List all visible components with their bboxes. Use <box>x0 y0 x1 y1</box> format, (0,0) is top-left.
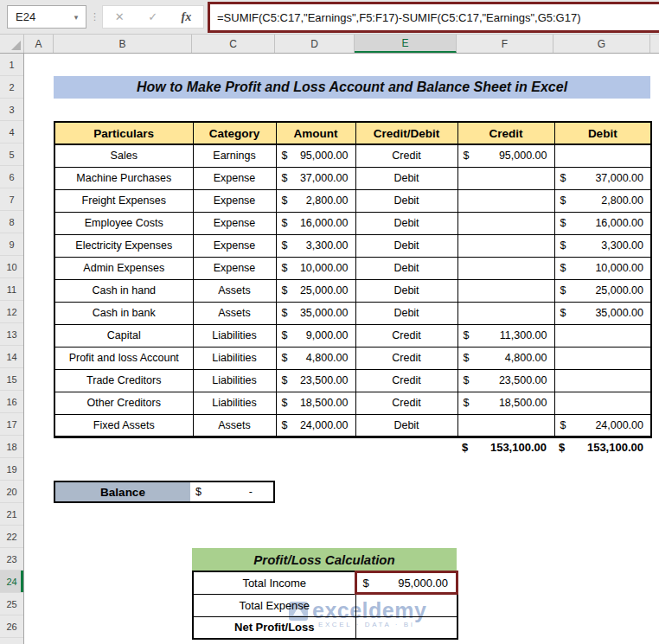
credit-cell[interactable]: $18,500.00 <box>457 392 554 414</box>
credit-debit-cell[interactable]: Debit <box>355 414 457 437</box>
particulars-cell[interactable]: Freight Expenses <box>54 189 193 212</box>
credit-debit-cell[interactable]: Debit <box>355 212 457 234</box>
credit-cell[interactable] <box>457 212 554 234</box>
row-header-24[interactable]: 24 <box>0 571 23 593</box>
credit-debit-cell[interactable]: Debit <box>355 189 457 212</box>
debit-cell[interactable] <box>554 369 651 392</box>
credit-total-cell[interactable]: $ 153,100.00 <box>457 436 553 458</box>
column-header-f[interactable]: F <box>457 35 553 53</box>
table-header-credit[interactable]: Credit <box>457 122 554 144</box>
column-header-b[interactable]: B <box>54 35 192 53</box>
credit-debit-cell[interactable]: Debit <box>355 234 457 257</box>
amount-cell[interactable]: $23,500.00 <box>276 369 355 392</box>
credit-debit-cell[interactable]: Debit <box>355 167 457 189</box>
table-header-debit[interactable]: Debit <box>554 122 651 144</box>
amount-cell[interactable]: $2,800.00 <box>276 189 355 212</box>
credit-debit-cell[interactable]: Debit <box>355 302 457 324</box>
pl-label-total-expense[interactable]: Total Expense <box>193 594 355 616</box>
select-all-button[interactable] <box>0 35 24 53</box>
row-header-1[interactable]: 1 <box>0 54 23 76</box>
enter-icon[interactable]: ✓ <box>148 10 157 23</box>
row-header-20[interactable]: 20 <box>0 481 23 503</box>
particulars-cell[interactable]: Trade Creditors <box>54 369 193 392</box>
credit-cell[interactable] <box>457 234 554 257</box>
credit-debit-cell[interactable]: Credit <box>355 324 457 347</box>
pl-value-total-expense[interactable] <box>355 594 457 616</box>
category-cell[interactable]: Expense <box>193 234 276 257</box>
particulars-cell[interactable]: Cash in hand <box>54 279 193 302</box>
row-header-3[interactable]: 3 <box>0 99 23 121</box>
particulars-cell[interactable]: Capital <box>54 324 193 347</box>
row-header-21[interactable]: 21 <box>0 503 23 526</box>
row-header-10[interactable]: 10 <box>0 256 23 278</box>
debit-cell[interactable] <box>554 392 651 414</box>
credit-debit-cell[interactable]: Credit <box>355 392 457 414</box>
name-box[interactable]: E24 ▾ <box>7 5 86 29</box>
row-header-14[interactable]: 14 <box>0 346 23 368</box>
table-header-credit-debit[interactable]: Credit/Debit <box>355 122 457 144</box>
table-header-category[interactable]: Category <box>193 122 276 144</box>
row-header-5[interactable]: 5 <box>0 143 23 166</box>
row-header-9[interactable]: 9 <box>0 233 23 256</box>
debit-cell[interactable]: $2,800.00 <box>554 189 651 212</box>
credit-cell[interactable] <box>457 414 554 437</box>
amount-cell[interactable]: $10,000.00 <box>276 257 355 279</box>
balance-label-cell[interactable]: Balance <box>54 481 192 503</box>
credit-cell[interactable] <box>457 257 554 279</box>
debit-cell[interactable]: $35,000.00 <box>554 302 651 324</box>
column-header-a[interactable]: A <box>24 35 54 53</box>
credit-cell[interactable] <box>457 302 554 324</box>
row-header-26[interactable]: 26 <box>0 615 23 638</box>
particulars-cell[interactable]: Electricity Expenses <box>54 234 193 257</box>
column-header-e[interactable]: E <box>355 35 457 53</box>
pl-label-total-income[interactable]: Total Income <box>193 571 355 594</box>
row-header-8[interactable]: 8 <box>0 211 23 233</box>
credit-cell[interactable]: $23,500.00 <box>457 369 554 392</box>
sheet-canvas[interactable]: How to Make Profit and Loss Account and … <box>24 54 659 644</box>
cancel-icon[interactable]: ✕ <box>115 10 125 23</box>
particulars-cell[interactable]: Admin Expenses <box>54 257 193 279</box>
credit-debit-cell[interactable]: Credit <box>355 347 457 369</box>
row-header-19[interactable]: 19 <box>0 458 23 481</box>
amount-cell[interactable]: $16,000.00 <box>276 212 355 234</box>
row-header-15[interactable]: 15 <box>0 368 23 391</box>
row-header-17[interactable]: 17 <box>0 413 23 436</box>
amount-cell[interactable]: $25,000.00 <box>276 279 355 302</box>
particulars-cell[interactable]: Machine Purchases <box>54 167 193 189</box>
category-cell[interactable]: Liabilities <box>193 324 276 347</box>
row-header-4[interactable]: 4 <box>0 121 23 143</box>
credit-debit-cell[interactable]: Credit <box>355 369 457 392</box>
credit-debit-cell[interactable]: Debit <box>355 257 457 279</box>
category-cell[interactable]: Expense <box>193 189 276 212</box>
category-cell[interactable]: Liabilities <box>193 347 276 369</box>
debit-cell[interactable] <box>554 144 651 167</box>
category-cell[interactable]: Liabilities <box>193 392 276 414</box>
particulars-cell[interactable]: Cash in bank <box>54 302 193 324</box>
credit-debit-cell[interactable]: Debit <box>355 279 457 302</box>
row-header-7[interactable]: 7 <box>0 188 23 211</box>
amount-cell[interactable]: $95,000.00 <box>276 144 355 167</box>
sheet-title-cell[interactable]: How to Make Profit and Loss Account and … <box>54 76 650 99</box>
row-header-6[interactable]: 6 <box>0 166 23 188</box>
credit-cell[interactable]: $4,800.00 <box>457 347 554 369</box>
amount-cell[interactable]: $18,500.00 <box>276 392 355 414</box>
pl-value-total-income[interactable]: $95,000.00 <box>355 571 457 594</box>
credit-cell[interactable]: $11,300.00 <box>457 324 554 347</box>
amount-cell[interactable]: $24,000.00 <box>276 414 355 437</box>
insert-function-icon[interactable]: fx <box>182 10 192 24</box>
pl-label-net-profit-loss[interactable]: Net Profit/Loss <box>193 616 355 639</box>
credit-debit-cell[interactable]: Credit <box>355 144 457 167</box>
column-header-c[interactable]: C <box>192 35 275 53</box>
debit-cell[interactable]: $25,000.00 <box>554 279 651 302</box>
amount-cell[interactable]: $9,000.00 <box>276 324 355 347</box>
row-header-13[interactable]: 13 <box>0 323 23 346</box>
category-cell[interactable]: Assets <box>193 414 276 437</box>
name-box-dropdown-icon[interactable]: ▾ <box>67 13 86 22</box>
category-cell[interactable]: Earnings <box>193 144 276 167</box>
category-cell[interactable]: Expense <box>193 167 276 189</box>
particulars-cell[interactable]: Profit and loss Account <box>54 347 193 369</box>
formula-input[interactable]: =SUMIF(C5:C17,"Earnings",F5:F17)-SUMIF(C… <box>208 2 659 33</box>
amount-cell[interactable]: $35,000.00 <box>276 302 355 324</box>
row-header-18[interactable]: 18 <box>0 436 23 458</box>
column-header-g[interactable]: G <box>553 35 650 53</box>
